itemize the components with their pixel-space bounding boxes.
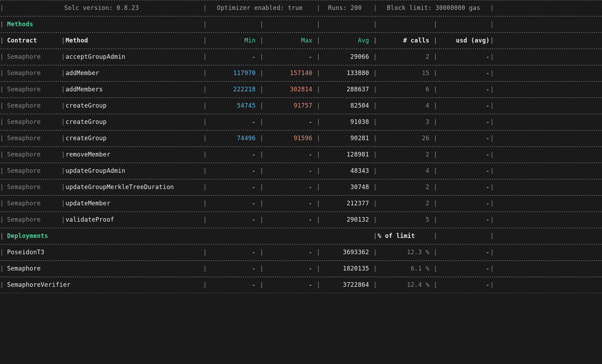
contract-name: Semaphore (0, 147, 61, 163)
contract-name: Semaphore (0, 114, 61, 130)
info-row: Solc version: 0.8.23 Optimizer enabled: … (0, 0, 602, 16)
calls-value: 26 (373, 130, 434, 147)
table-row: SemaphoreVerifier--372286412.4 %- (0, 277, 602, 293)
max-value: - (260, 261, 317, 277)
usd-value: - (434, 261, 494, 277)
block-limit-info: Block limit: 30000000 gas (373, 0, 494, 16)
usd-value: - (434, 244, 494, 261)
pct-limit-header: % of limit (373, 228, 434, 244)
header-max: Max (260, 33, 317, 49)
avg-value: 128981 (317, 147, 373, 163)
deployment-name: PoseidonT3 (0, 244, 203, 261)
max-value: 157140 (260, 65, 317, 81)
avg-value: 30748 (317, 179, 373, 195)
method-name: createGroup (61, 130, 203, 147)
table-row: SemaphoreupdateMember--2123772- (0, 195, 602, 212)
max-value: - (260, 179, 317, 195)
contract-name: Semaphore (0, 49, 61, 65)
usd-value: - (434, 130, 494, 147)
avg-value: 3722864 (317, 277, 373, 293)
header-avg: Avg (317, 33, 373, 49)
min-value: - (203, 212, 260, 228)
calls-value: 3 (373, 114, 434, 130)
calls-value: 15 (373, 65, 434, 81)
max-value: - (260, 147, 317, 163)
column-headers: Contract Method Min Max Avg # calls usd … (0, 33, 602, 49)
min-value: 74496 (203, 130, 260, 147)
contract-name: Semaphore (0, 65, 61, 81)
avg-value: 91038 (317, 114, 373, 130)
min-value: - (203, 244, 260, 261)
calls-value: 2 (373, 49, 434, 65)
min-value: - (203, 49, 260, 65)
avg-value: 3693362 (317, 244, 373, 261)
avg-value: 82504 (317, 98, 373, 114)
avg-value: 133880 (317, 65, 373, 81)
max-value: - (260, 277, 317, 293)
usd-value: - (434, 65, 494, 81)
calls-value: 2 (373, 179, 434, 195)
calls-value: 4 (373, 163, 434, 179)
calls-value: 6 (373, 81, 434, 98)
table-row: SemaphoreacceptGroupAdmin--290662- (0, 49, 602, 65)
table-row: SemaphorecreateGroup5474591757825044- (0, 98, 602, 114)
table-row: SemaphoreaddMember11797015714013388015- (0, 65, 602, 81)
contract-name: Semaphore (0, 98, 61, 114)
method-name: createGroup (61, 98, 203, 114)
contract-name: Semaphore (0, 195, 61, 212)
method-name: addMember (61, 65, 203, 81)
max-value: - (260, 195, 317, 212)
min-value: 117970 (203, 65, 260, 81)
min-value: - (203, 147, 260, 163)
pct-value: 12.4 % (373, 277, 434, 293)
method-rows-container: SemaphoreacceptGroupAdmin--290662-Semaph… (0, 49, 602, 228)
method-name: updateGroupMerkleTreeDuration (61, 179, 203, 195)
header-method: Method (61, 33, 203, 49)
avg-value: 48343 (317, 163, 373, 179)
deployment-name: SemaphoreVerifier (0, 277, 203, 293)
runs-info: Runs: 200 (317, 0, 373, 16)
header-usd: usd (avg) (434, 33, 494, 49)
pct-value: 6.1 % (373, 261, 434, 277)
header-min: Min (203, 33, 260, 49)
min-value: - (203, 179, 260, 195)
usd-value: - (434, 195, 494, 212)
usd-value: - (434, 212, 494, 228)
min-value: - (203, 163, 260, 179)
method-name: addMembers (61, 81, 203, 98)
table-row: SemaphoreupdateGroupAdmin--483434- (0, 163, 602, 179)
avg-value: 212377 (317, 195, 373, 212)
max-value: 302814 (260, 81, 317, 98)
deployments-label: Deployments (0, 228, 373, 244)
contract-name: Semaphore (0, 212, 61, 228)
table-row: SemaphorevalidateProof--2901325- (0, 212, 602, 228)
deployments-section-row: Deployments % of limit (0, 228, 602, 244)
avg-value: 290132 (317, 212, 373, 228)
method-name: updateGroupAdmin (61, 163, 203, 179)
contract-name: Semaphore (0, 179, 61, 195)
method-name: validateProof (61, 212, 203, 228)
table-row: SemaphoreremoveMember--1289812- (0, 147, 602, 163)
max-value: - (260, 49, 317, 65)
method-name: acceptGroupAdmin (61, 49, 203, 65)
contract-name: Semaphore (0, 81, 61, 98)
deployment-name: Semaphore (0, 261, 203, 277)
solc-version: Solc version: 0.8.23 (0, 0, 203, 16)
usd-value: - (434, 277, 494, 293)
table-row: PoseidonT3--369336212.3 %- (0, 244, 602, 261)
max-value: - (260, 244, 317, 261)
min-value: - (203, 277, 260, 293)
usd-value: - (434, 114, 494, 130)
pct-value: 12.3 % (373, 244, 434, 261)
avg-value: 90281 (317, 130, 373, 147)
method-name: removeMember (61, 147, 203, 163)
header-contract: Contract (0, 33, 61, 49)
avg-value: 1820135 (317, 261, 373, 277)
usd-value: - (434, 179, 494, 195)
methods-label: Methods (0, 16, 203, 33)
min-value: 54745 (203, 98, 260, 114)
max-value: 91757 (260, 98, 317, 114)
calls-value: 2 (373, 195, 434, 212)
avg-value: 288637 (317, 81, 373, 98)
max-value: 91596 (260, 130, 317, 147)
